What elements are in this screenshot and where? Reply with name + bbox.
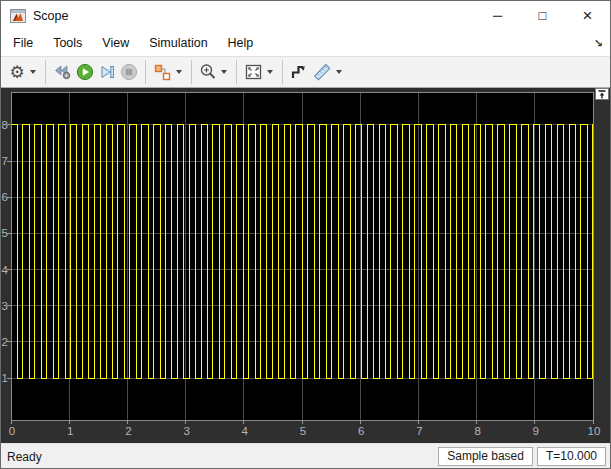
status-sample-mode: Sample based (438, 447, 533, 466)
measurements-dropdown-caret[interactable] (336, 70, 342, 74)
stop-button[interactable] (118, 59, 140, 85)
menu-item-file[interactable]: File (3, 32, 43, 54)
signal-selector-icon (153, 64, 172, 81)
scope-plot-area[interactable]: 12345678012345678910 (1, 88, 611, 443)
svg-text:10: 10 (588, 425, 601, 437)
menu-item-help[interactable]: Help (218, 32, 264, 54)
matlab-scope-icon (10, 9, 26, 23)
signal-selector-button[interactable] (151, 59, 174, 85)
svg-text:3: 3 (183, 425, 189, 437)
zoom-dropdown-caret[interactable] (221, 70, 227, 74)
svg-text:6: 6 (358, 425, 364, 437)
zoom-in-icon (199, 63, 217, 81)
run-icon (76, 63, 94, 81)
svg-text:3: 3 (2, 300, 8, 312)
toolbar-separator (145, 60, 146, 84)
svg-text:9: 9 (533, 425, 539, 437)
expand-axes-icon[interactable] (595, 88, 609, 100)
cursor-measurements-icon (312, 63, 332, 81)
toolbar-separator (45, 60, 46, 84)
dock-figure-icon[interactable]: ↘ (594, 37, 610, 50)
stepping-options-button[interactable] (51, 59, 74, 85)
menu-item-tools[interactable]: Tools (43, 32, 92, 54)
window-title: Scope (33, 9, 68, 23)
toolbar-separator (191, 60, 192, 84)
close-button[interactable]: × (565, 1, 610, 30)
toolbar: ⚙ (1, 56, 610, 88)
menu-bar-items: FileToolsViewSimulationHelp (3, 32, 263, 54)
step-forward-button[interactable] (96, 59, 118, 85)
gear-icon: ⚙ (9, 64, 24, 81)
svg-text:1: 1 (2, 372, 8, 384)
svg-text:7: 7 (416, 425, 422, 437)
svg-text:8: 8 (2, 119, 8, 131)
svg-text:0: 0 (9, 425, 15, 437)
maximize-button[interactable]: □ (520, 1, 565, 30)
trigger-button[interactable] (288, 59, 310, 85)
svg-text:1: 1 (67, 425, 73, 437)
stepping-options-icon (53, 64, 72, 80)
svg-text:5: 5 (2, 227, 8, 239)
span-icon (244, 63, 263, 81)
menu-item-simulation[interactable]: Simulation (139, 32, 217, 54)
svg-text:8: 8 (474, 425, 480, 437)
status-sim-time: T=10.000 (537, 447, 606, 466)
title-bar[interactable]: Scope ─ □ × (1, 1, 610, 30)
trigger-icon (290, 64, 308, 81)
scope-figure: 12345678012345678910 (1, 88, 610, 443)
svg-text:2: 2 (125, 425, 131, 437)
run-button[interactable] (74, 59, 96, 85)
status-bar: Ready Sample based T=10.000 (1, 443, 610, 469)
scope-window: Scope ─ □ × FileToolsViewSimulationHelp … (0, 0, 611, 469)
stop-icon (120, 63, 138, 81)
svg-text:2: 2 (2, 336, 8, 348)
zoom-in-button[interactable] (197, 59, 219, 85)
signal-selector-dropdown-caret[interactable] (176, 70, 182, 74)
span-dropdown-caret[interactable] (267, 70, 273, 74)
menu-item-view[interactable]: View (92, 32, 139, 54)
toolbar-separator (282, 60, 283, 84)
toolbar-separator (236, 60, 237, 84)
minimize-button[interactable]: ─ (475, 1, 520, 30)
configuration-properties-button[interactable]: ⚙ (6, 59, 28, 85)
span-button[interactable] (242, 59, 265, 85)
svg-text:6: 6 (2, 191, 8, 203)
svg-text:4: 4 (2, 264, 9, 276)
cursor-measurements-button[interactable] (310, 59, 334, 85)
svg-text:5: 5 (300, 425, 306, 437)
status-ready: Ready (5, 450, 42, 464)
step-forward-icon (98, 63, 116, 81)
menu-bar: FileToolsViewSimulationHelp ↘ (1, 30, 610, 56)
svg-text:4: 4 (242, 425, 249, 437)
svg-text:7: 7 (2, 155, 8, 167)
configuration-dropdown-caret[interactable] (30, 70, 36, 74)
